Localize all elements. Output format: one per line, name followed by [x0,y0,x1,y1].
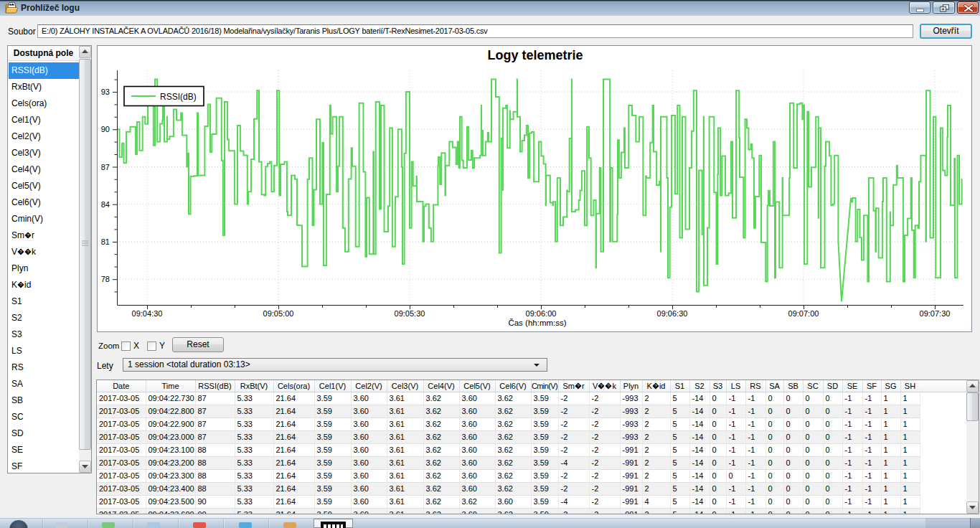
svg-text:?: ? [27,232,29,237]
svg-text:87: 87 [101,163,110,171]
svg-text:09:06:00: 09:06:00 [526,309,557,318]
svg-text:?: ? [654,383,657,388]
svg-text:?: ? [608,383,611,388]
svg-text:09:07:00: 09:07:00 [788,309,819,318]
svg-text:09:05:30: 09:05:30 [395,309,425,318]
svg-text:93: 93 [101,88,110,96]
svg-text:Logy telemetrie: Logy telemetrie [487,48,583,62]
svg-text:?: ? [600,383,603,388]
svg-text:Čas (hh:mm:ss): Čas (hh:mm:ss) [508,319,566,327]
svg-text:09:04:30: 09:04:30 [132,309,163,318]
svg-text:?: ? [19,282,22,287]
svg-text:90: 90 [101,125,110,133]
svg-text:09:06:30: 09:06:30 [657,309,688,318]
svg-text:?: ? [577,383,580,388]
svg-text:09:07:30: 09:07:30 [920,309,951,318]
svg-text:?: ? [19,249,22,254]
svg-text:09:05:00: 09:05:00 [263,309,294,318]
svg-text:RSSI(dB): RSSI(dB) [160,92,197,102]
svg-text:78: 78 [101,275,110,283]
svg-text:84: 84 [101,200,110,209]
svg-text:?: ? [27,249,29,254]
svg-text:81: 81 [101,237,110,246]
